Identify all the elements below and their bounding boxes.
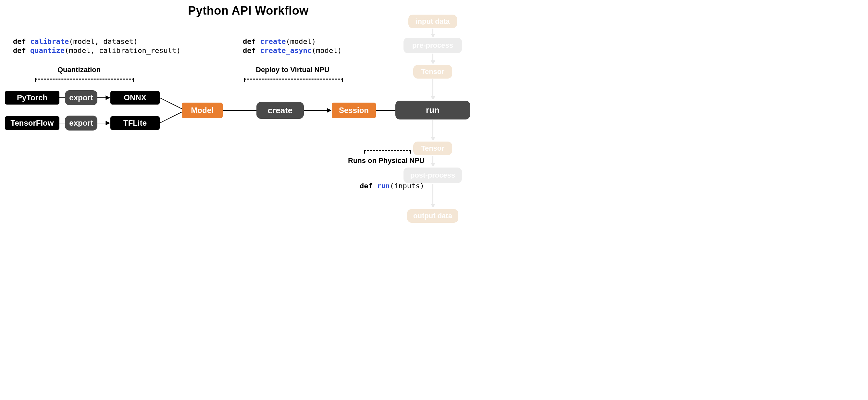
node-create: create	[256, 102, 304, 119]
node-session: Session	[332, 102, 376, 118]
faded-output-data: output data	[407, 209, 458, 223]
node-onnx: ONNX	[111, 91, 160, 104]
faded-input-data: input data	[408, 14, 457, 28]
node-model: Model	[182, 102, 223, 118]
node-tensorflow: TensorFlow	[5, 116, 59, 130]
code-create-async: def create_async(model)	[243, 47, 342, 55]
faded-arrow-6-head	[431, 204, 435, 208]
faded-tensor-out: Tensor	[413, 142, 452, 155]
code-create: def create(model)	[243, 37, 316, 45]
code-calibrate: def calibrate(model, dataset)	[13, 37, 137, 45]
bracket-quantization	[35, 79, 134, 84]
faded-arrow-3-head	[431, 96, 435, 100]
faded-arrow-4-head	[431, 137, 435, 141]
faded-arrow-5-head	[431, 163, 435, 167]
faded-arrow-4-line	[432, 120, 433, 138]
bracket-deploy	[244, 79, 343, 84]
section-deploy-label: Deploy to Virtual NPU	[256, 66, 330, 74]
node-export-2: export	[65, 116, 97, 130]
faded-arrow-2-head	[431, 60, 435, 64]
faded-arrow-1-head	[431, 34, 435, 38]
faded-pre-process: pre-process	[403, 38, 462, 53]
node-run: run	[395, 101, 470, 120]
workflow-diagram: Python API Workflow def calibrate(model,…	[0, 0, 497, 250]
section-quantization-label: Quantization	[58, 66, 101, 74]
faded-arrow-2-line	[432, 54, 433, 61]
faded-arrow-6-line	[432, 184, 433, 205]
bracket-run	[364, 150, 411, 156]
code-quantize: def quantize(model, calibration_result)	[13, 47, 181, 55]
section-run-label: Runs on Physical NPU	[348, 156, 425, 165]
svg-line-4	[160, 98, 182, 109]
faded-arrow-5-line	[432, 156, 433, 164]
node-tflite: TFLite	[111, 116, 160, 130]
faded-tensor-in: Tensor	[413, 65, 452, 79]
node-export-1: export	[65, 90, 97, 105]
faded-post-process: post-process	[403, 167, 462, 183]
svg-line-5	[160, 112, 182, 123]
node-pytorch: PyTorch	[5, 91, 59, 104]
faded-arrow-3-line	[432, 79, 433, 96]
